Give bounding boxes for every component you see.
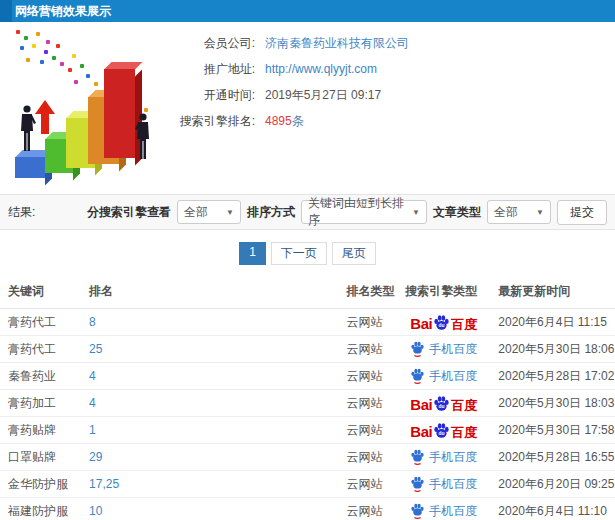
table-header-row: 关键词 排名 排名类型 搜索引擎类型 最新更新时间 (0, 275, 615, 309)
account-info-section: 会员公司: 济南秦鲁药业科技有限公司 推广地址: http://www.qlyy… (0, 22, 615, 194)
article-type-select[interactable]: 全部 ▼ (487, 200, 551, 224)
col-rank: 排名 (81, 275, 338, 309)
baidu-logo-cn-text: 百度 (451, 318, 477, 331)
baidu-logo-bai-text: Bai (410, 397, 432, 412)
next-page-button[interactable]: 下一页 (271, 242, 327, 265)
baidu-logo: Bai du 百度 (410, 395, 477, 412)
keyword-rank-table: 关键词 排名 排名类型 搜索引擎类型 最新更新时间 膏药代工 8 云网站 Bai (0, 275, 615, 520)
rank-link[interactable]: 10 (89, 504, 102, 518)
col-rank-type: 排名类型 (338, 275, 397, 309)
keyword-cell: 膏药贴牌 (8, 423, 56, 437)
mobile-baidu-paw-icon (410, 476, 425, 492)
businessman-right (133, 112, 153, 162)
info-row-company: 会员公司: 济南秦鲁药业科技有限公司 (170, 30, 610, 56)
info-row-url: 推广地址: http://www.qlyyjt.com (170, 56, 610, 82)
article-type-select-value: 全部 (494, 204, 518, 221)
col-updated: 最新更新时间 (490, 275, 615, 309)
updated-time-cell: 2020年5月30日 18:03 (498, 396, 614, 410)
rank-link[interactable]: 4 (89, 369, 96, 383)
promo-url-label: 推广地址: (170, 56, 255, 82)
app-header: 网络营销效果展示 (0, 0, 615, 22)
mobile-baidu-logo: 手机百度 (410, 449, 477, 466)
bar-chart-illustration (2, 28, 174, 188)
promo-url-link[interactable]: http://www.qlyyjt.com (265, 62, 377, 76)
rank-type-cell: 云网站 (346, 369, 382, 383)
company-link[interactable]: 济南秦鲁药业科技有限公司 (265, 36, 409, 50)
rank-count-value: 4895 (265, 114, 292, 128)
table-row: 福建防护服 10 云网站 手机百度 2020年6月4日 11: (0, 498, 615, 520)
rank-link[interactable]: 1 (89, 423, 96, 437)
rank-count-unit: 条 (292, 114, 304, 128)
engine-rank-label: 搜索引擎排名: (170, 108, 255, 134)
keyword-cell: 膏药代工 (8, 315, 56, 329)
engine-select-value: 全部 (184, 204, 208, 221)
rank-type-cell: 云网站 (346, 504, 382, 518)
updated-time-cell: 2020年5月28日 17:02 (498, 369, 614, 383)
baidu-paw-icon: du (433, 314, 450, 331)
col-keyword: 关键词 (0, 275, 81, 309)
updated-time-cell: 2020年6月4日 11:15 (498, 315, 607, 329)
rank-link[interactable]: 8 (89, 315, 96, 329)
rank-type-cell: 云网站 (346, 315, 382, 329)
keyword-cell: 金华防护服 (8, 477, 68, 491)
updated-time-cell: 2020年5月30日 18:06 (498, 342, 614, 356)
keyword-cell: 膏药加工 (8, 396, 56, 410)
result-label: 结果: (8, 204, 35, 221)
mobile-baidu-label: 手机百度 (429, 368, 477, 385)
updated-time-cell: 2020年6月20日 09:25 (498, 477, 614, 491)
table-row: 秦鲁药业 4 云网站 手机百度 2020年5月28日 17:0 (0, 363, 615, 390)
confetti-decoration (16, 30, 20, 34)
rank-link[interactable]: 4 (89, 396, 96, 410)
businessman-left (17, 105, 37, 153)
marketing-report-page: 网络营销效果展示 (0, 0, 615, 520)
updated-time-cell: 2020年5月30日 17:58 (498, 423, 614, 437)
keyword-cell: 膏药代工 (8, 342, 56, 356)
table-row: 膏药加工 4 云网站 Bai du 百度 2 (0, 390, 615, 417)
chevron-down-icon: ▼ (536, 208, 544, 217)
mobile-baidu-label: 手机百度 (429, 476, 477, 493)
rank-link[interactable]: 29 (89, 450, 102, 464)
bar-blue (15, 150, 45, 178)
rank-link[interactable]: 17,25 (89, 477, 119, 491)
table-row: 金华防护服 17,25 云网站 手机百度 2020年6月20日 (0, 471, 615, 498)
account-info-list: 会员公司: 济南秦鲁药业科技有限公司 推广地址: http://www.qlyy… (170, 30, 610, 134)
chevron-down-icon: ▼ (226, 208, 234, 217)
col-engine-type: 搜索引擎类型 (397, 275, 490, 309)
submit-button[interactable]: 提交 (557, 200, 607, 225)
mobile-baidu-logo: 手机百度 (410, 503, 477, 520)
table-row: 膏药代工 8 云网站 Bai du 百度 2 (0, 309, 615, 336)
filter-bar: 结果: 分搜索引擎查看 全部 ▼ 排序方式 关键词由短到长排序 ▼ 文章类型 全… (0, 194, 615, 230)
rank-link[interactable]: 25 (89, 342, 102, 356)
mobile-baidu-paw-icon (410, 341, 425, 357)
rank-type-cell: 云网站 (346, 396, 382, 410)
table-row: 口罩贴牌 29 云网站 手机百度 2020年5月28日 16: (0, 444, 615, 471)
page-1-button[interactable]: 1 (239, 242, 266, 265)
mobile-baidu-paw-icon (410, 503, 425, 519)
keyword-cell: 福建防护服 (8, 504, 68, 518)
rank-type-cell: 云网站 (346, 477, 382, 491)
baidu-logo: Bai du 百度 (410, 422, 477, 439)
mobile-baidu-label: 手机百度 (429, 449, 477, 466)
rank-type-cell: 云网站 (346, 342, 382, 356)
info-row-open-time: 开通时间: 2019年5月27日 09:17 (170, 82, 610, 108)
keyword-cell: 口罩贴牌 (8, 450, 56, 464)
last-page-button[interactable]: 尾页 (332, 242, 376, 265)
chevron-down-icon: ▼ (412, 208, 420, 217)
engine-select[interactable]: 全部 ▼ (177, 200, 241, 224)
sort-select[interactable]: 关键词由短到长排序 ▼ (301, 200, 427, 224)
table-row: 膏药贴牌 1 云网站 Bai du 百度 2 (0, 417, 615, 444)
updated-time-cell: 2020年5月28日 16:55 (498, 450, 614, 464)
baidu-logo-bai-text: Bai (410, 316, 432, 331)
rank-type-cell: 云网站 (346, 450, 382, 464)
updated-time-cell: 2020年6月4日 11:10 (498, 504, 607, 518)
up-arrow-icon (35, 100, 55, 134)
bar-red (104, 62, 135, 158)
mobile-baidu-label: 手机百度 (429, 503, 477, 520)
svg-text:du: du (439, 404, 445, 409)
sort-filter-label: 排序方式 (247, 204, 295, 221)
svg-text:du: du (439, 431, 445, 436)
mobile-baidu-label: 手机百度 (429, 341, 477, 358)
open-time-value: 2019年5月27日 09:17 (265, 82, 381, 108)
mobile-baidu-paw-icon (410, 368, 425, 384)
header-left-edge (0, 0, 12, 22)
